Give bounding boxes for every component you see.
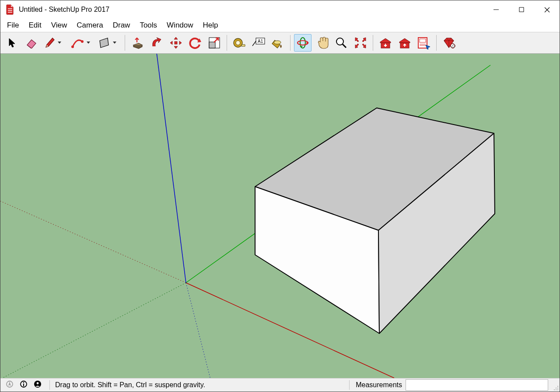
menu-edit[interactable]: Edit <box>24 20 46 31</box>
minimize-button[interactable] <box>483 0 509 19</box>
user-icon[interactable] <box>34 380 42 390</box>
dropdown-caret-icon <box>113 42 116 44</box>
warehouse-get-icon <box>378 37 392 49</box>
status-hint: Drag to orbit. Shift = Pan, Ctrl = suspe… <box>52 381 346 389</box>
move-tool[interactable] <box>167 34 185 52</box>
pushpull-tool[interactable] <box>129 34 146 52</box>
svg-point-31 <box>557 388 558 389</box>
svg-point-2 <box>81 40 84 43</box>
menu-window[interactable]: Window <box>162 20 198 31</box>
pan-hand-icon <box>315 36 329 49</box>
dropdown-caret-icon <box>58 42 61 44</box>
tape-measure-icon <box>233 37 246 49</box>
rotate-tool[interactable] <box>186 34 204 52</box>
paint-bucket-tool[interactable] <box>269 34 287 52</box>
move-icon <box>169 36 182 49</box>
line-tool[interactable] <box>42 34 67 52</box>
window-title: Untitled - SketchUp Pro 2017 <box>19 6 109 14</box>
resize-grip-icon[interactable] <box>553 385 559 391</box>
warehouse-share-tool[interactable] <box>396 34 413 52</box>
paint-bucket-icon <box>271 37 284 49</box>
ruby-icon <box>442 37 455 49</box>
ruby-console-tool[interactable] <box>440 34 458 52</box>
rectangle-icon <box>98 37 110 49</box>
svg-point-28 <box>37 382 39 385</box>
followme-icon <box>150 37 163 49</box>
eraser-icon <box>24 37 38 49</box>
text-icon: A1 <box>252 37 266 49</box>
svg-point-25 <box>23 382 24 383</box>
layout-tool[interactable] <box>415 34 433 52</box>
rectangle-tool[interactable] <box>96 34 121 52</box>
select-tool[interactable] <box>3 34 21 52</box>
zoom-extents-tool[interactable] <box>352 34 369 52</box>
svg-rect-5 <box>209 42 215 48</box>
eraser-tool[interactable] <box>22 34 40 52</box>
svg-rect-0 <box>519 7 524 12</box>
status-separator <box>49 380 50 390</box>
app-window: Untitled - SketchUp Pro 2017 File Edit V… <box>0 0 560 392</box>
svg-point-21 <box>452 45 453 46</box>
arc-tool[interactable] <box>69 34 94 52</box>
tape-measure-tool[interactable] <box>231 34 248 52</box>
toolbar: A1 <box>0 32 560 54</box>
svg-point-34 <box>557 389 558 390</box>
toolbar-separator <box>290 35 290 51</box>
svg-point-33 <box>556 389 556 390</box>
title-bar: Untitled - SketchUp Pro 2017 <box>0 0 560 19</box>
text-tool[interactable]: A1 <box>250 34 267 52</box>
geo-location-icon[interactable] <box>6 380 14 390</box>
status-bar: Drag to orbit. Shift = Pan, Ctrl = suspe… <box>0 378 560 392</box>
orbit-icon <box>296 36 309 49</box>
svg-point-29 <box>557 386 558 387</box>
maximize-button[interactable] <box>509 0 534 19</box>
menu-file[interactable]: File <box>2 20 24 31</box>
app-logo-icon <box>6 4 14 15</box>
warehouse-share-icon <box>398 37 412 49</box>
pan-tool[interactable] <box>313 34 331 52</box>
layout-icon <box>417 36 431 49</box>
svg-text:A1: A1 <box>258 39 263 44</box>
toolbar-separator <box>125 35 125 51</box>
model-viewport[interactable] <box>0 54 560 378</box>
menu-draw[interactable]: Draw <box>108 20 135 31</box>
orbit-tool[interactable] <box>294 34 312 52</box>
svg-point-10 <box>274 41 281 44</box>
svg-point-7 <box>236 41 240 45</box>
svg-point-12 <box>298 41 308 45</box>
zoom-extents-icon <box>354 36 367 49</box>
scale-icon <box>208 36 221 49</box>
svg-rect-3 <box>175 42 177 44</box>
warehouse-get-tool[interactable] <box>377 34 394 52</box>
measurements-input[interactable] <box>406 379 548 391</box>
cursor-icon <box>7 38 16 48</box>
pencil-icon <box>44 37 55 49</box>
svg-point-32 <box>554 389 555 390</box>
measurements-label: Measurements <box>352 381 406 389</box>
svg-point-13 <box>336 38 343 45</box>
zoom-tool[interactable] <box>332 34 350 52</box>
menu-tools[interactable]: Tools <box>135 20 162 31</box>
followme-tool[interactable] <box>148 34 165 52</box>
pushpull-icon <box>131 36 144 49</box>
svg-rect-26 <box>23 384 24 386</box>
zoom-icon <box>335 36 348 49</box>
menu-help[interactable]: Help <box>198 20 223 31</box>
svg-point-1 <box>71 45 74 48</box>
close-button[interactable] <box>534 0 560 19</box>
toolbar-separator <box>436 35 437 51</box>
svg-point-30 <box>556 388 556 389</box>
rotate-icon <box>189 37 202 49</box>
scale-tool[interactable] <box>206 34 223 52</box>
arc-icon <box>71 37 84 49</box>
menu-view[interactable]: View <box>46 20 72 31</box>
menu-bar: File Edit View Camera Draw Tools Window … <box>0 19 560 32</box>
status-separator <box>349 380 350 390</box>
toolbar-separator <box>227 35 227 51</box>
menu-camera[interactable]: Camera <box>72 20 108 31</box>
dropdown-caret-icon <box>87 42 90 44</box>
toolbar-separator <box>373 35 373 51</box>
credits-icon[interactable] <box>20 380 28 390</box>
